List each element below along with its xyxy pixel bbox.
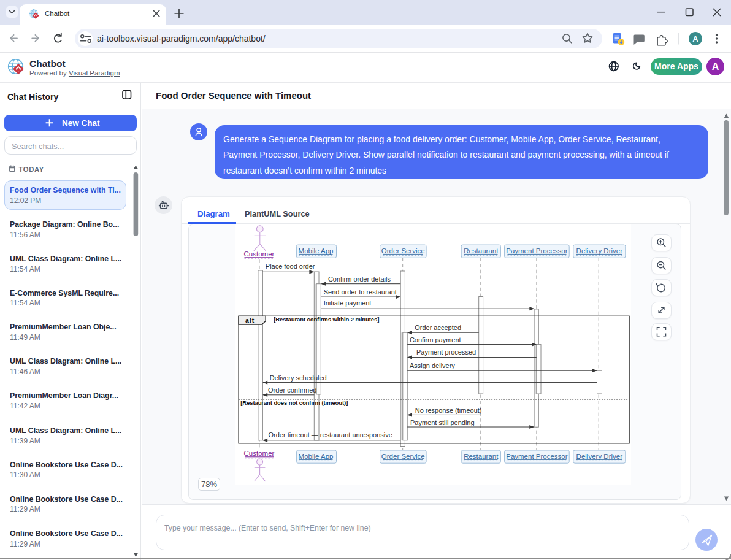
svg-text:Delivery Driver: Delivery Driver — [576, 247, 623, 255]
svg-text:Mobile App: Mobile App — [299, 453, 334, 460]
svg-text:Order Service: Order Service — [381, 453, 425, 460]
svg-text:[Restaurant confirms within 2: [Restaurant confirms within 2 minutes] — [274, 316, 379, 323]
svg-text:Order Service: Order Service — [381, 247, 425, 255]
svg-text:Place food order: Place food order — [266, 263, 315, 270]
svg-text:Order accepted: Order accepted — [415, 324, 461, 331]
svg-text:Send order to restaurant: Send order to restaurant — [324, 288, 397, 296]
svg-text:Order confirmed: Order confirmed — [268, 386, 316, 394]
svg-text:Customer: Customer — [244, 450, 275, 457]
svg-text:Restaurant: Restaurant — [464, 247, 499, 255]
svg-text:Customer: Customer — [244, 250, 275, 258]
svg-text:No response (timeout): No response (timeout) — [415, 407, 482, 414]
svg-text:Restaurant: Restaurant — [464, 453, 499, 460]
svg-text:Confirm payment: Confirm payment — [410, 336, 461, 343]
svg-text:Assign delivery: Assign delivery — [410, 362, 455, 369]
svg-text:Payment Processor: Payment Processor — [506, 453, 568, 460]
svg-text:alt: alt — [245, 316, 255, 324]
svg-text:[Restaurant does not confirm (: [Restaurant does not confirm (timeout)] — [240, 399, 348, 406]
svg-text:Delivery scheduled: Delivery scheduled — [270, 374, 327, 382]
svg-text:Payment still pending: Payment still pending — [410, 419, 475, 426]
svg-text:Confirm order details: Confirm order details — [328, 275, 391, 283]
svg-text:Mobile App: Mobile App — [299, 247, 334, 255]
svg-text:Initiate payment: Initiate payment — [324, 299, 372, 307]
svg-text:Order timeout — restaurant unr: Order timeout — restaurant unresponsive — [269, 431, 392, 439]
svg-text:Payment processed: Payment processed — [416, 348, 476, 356]
svg-text:Delivery Driver: Delivery Driver — [576, 453, 623, 460]
svg-text:Payment Processor: Payment Processor — [506, 247, 568, 255]
